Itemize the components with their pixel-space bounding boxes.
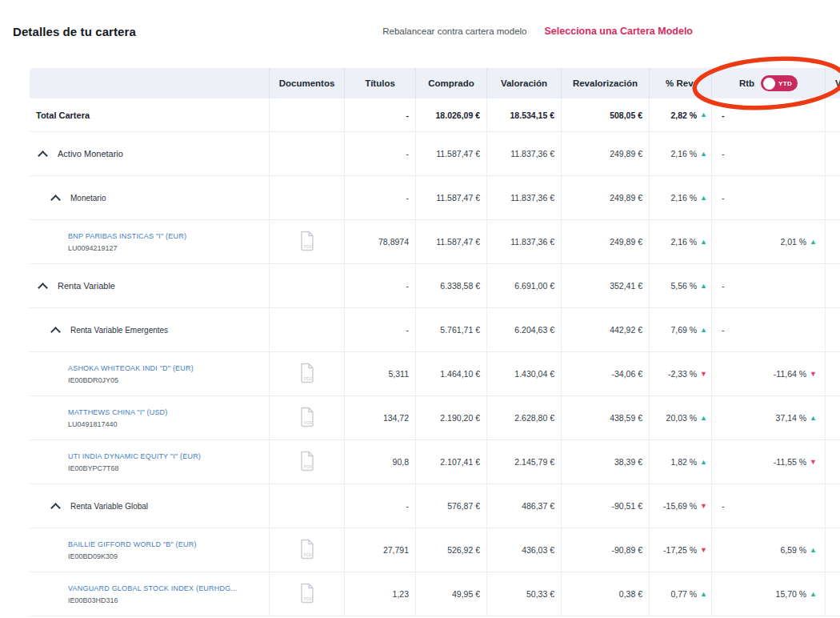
up-triangle-icon: ▲	[700, 239, 707, 246]
valoracion-cell: 11.837,36 €	[486, 220, 561, 263]
rtb-cell: 37,14 %▲	[711, 396, 825, 439]
partial-cell	[825, 572, 840, 616]
rev-pct-cell: 5,56 %▲	[649, 264, 711, 307]
comprado-cell: 11.587,47 €	[415, 176, 486, 219]
rev-pct-value: 0,77 %	[670, 589, 697, 599]
titulos-cell: -	[344, 484, 415, 528]
rtb-value: 15,70 %	[776, 589, 807, 599]
comprado-cell: 6.338,58 €	[415, 264, 486, 307]
table-row: Renta Variable Emergentes-5.761,71 €6.20…	[30, 308, 840, 352]
svg-text:PDF: PDF	[304, 464, 314, 469]
fund-name-link[interactable]: BAILLIE GIFFORD WORLD "B" (EUR)	[68, 540, 197, 548]
documentos-cell: PDF	[269, 440, 344, 484]
up-triangle-icon: ▲	[700, 591, 707, 598]
partial-cell	[825, 308, 840, 351]
header-revalorizacion: Revalorización	[561, 68, 649, 98]
svg-text:PDF: PDF	[304, 420, 314, 425]
rev-pct-value: 5,56 %	[670, 281, 697, 291]
revalorizacion-cell: 438,59 €	[561, 396, 649, 439]
fund-info: UTI INDIA DYNAMIC EQUITY "I" (EUR)IE00BY…	[68, 452, 201, 472]
titulos-cell: -	[344, 132, 415, 175]
fund-isin: LU0094219127	[68, 244, 186, 252]
rev-pct-cell: 2,16 %▲	[649, 176, 711, 219]
chevron-up-icon[interactable]	[50, 327, 61, 337]
documentos-cell	[269, 308, 344, 351]
header-comprado: Comprado	[415, 68, 486, 98]
partial-cell	[825, 264, 840, 307]
rev-pct-cell: -2,33 %▼	[649, 352, 711, 395]
fund-name-link[interactable]: BNP PARIBAS INSTICAS "I" (EUR)	[68, 232, 186, 240]
rtb-cell: 15,70 %▲	[711, 572, 825, 616]
up-triangle-icon: ▲	[700, 327, 707, 334]
fund-name-link[interactable]: VANGUARD GLOBAL STOCK INDEX (EURHDG...	[68, 584, 237, 592]
rtb-cell: -	[711, 176, 825, 219]
pdf-document-icon[interactable]: PDF	[298, 539, 315, 561]
table-row: MATTHEWS CHINA "I" (USD)LU0491817440PDF1…	[30, 396, 840, 440]
header-rev-pct: % Rev.	[649, 68, 711, 98]
row-name-cell: ASHOKA WHITEOAK INDI "D" (EUR)IE00BDR0JY…	[30, 352, 269, 395]
comprado-cell: 2.190,20 €	[415, 396, 486, 439]
revalorizacion-cell: 442,92 €	[561, 308, 649, 351]
rtb-cell: -	[711, 484, 825, 528]
table-row: Renta Variable Global-576,87 €486,37 €-9…	[30, 484, 840, 528]
group-label: Renta Variable Emergentes	[70, 326, 168, 335]
fund-isin: IE00BDR0JY05	[68, 376, 194, 384]
pdf-document-icon[interactable]: PDF	[298, 583, 315, 605]
rtb-cell: 6,59 %▲	[711, 528, 825, 572]
fund-name-link[interactable]: UTI INDIA DYNAMIC EQUITY "I" (EUR)	[68, 452, 201, 460]
comprado-cell: 5.761,71 €	[415, 308, 486, 351]
titulos-cell: -	[344, 176, 415, 219]
revalorizacion-cell: -90,51 €	[561, 484, 649, 528]
tab-selecciona-cartera-modelo[interactable]: Selecciona una Cartera Modelo	[545, 26, 693, 37]
table-row: Activo Monetario-11.587,47 €11.837,36 €2…	[30, 132, 840, 176]
pdf-document-icon[interactable]: PDF	[298, 407, 315, 429]
pdf-document-icon[interactable]: PDF	[298, 363, 315, 385]
revalorizacion-cell: 249,89 €	[561, 132, 649, 175]
rev-pct-value: -15,69 %	[663, 501, 697, 511]
row-name-cell: MATTHEWS CHINA "I" (USD)LU0491817440	[30, 396, 269, 439]
table-row: UTI INDIA DYNAMIC EQUITY "I" (EUR)IE00BY…	[30, 440, 840, 484]
rev-pct-cell: 1,82 %▲	[649, 440, 711, 484]
rtb-cell: 2,01 %▲	[711, 220, 825, 263]
rev-pct-value: 1,82 %	[670, 457, 697, 467]
page-title: Detalles de tu cartera	[13, 25, 136, 38]
titulos-cell: -	[344, 98, 415, 131]
row-name-cell: Renta Variable Global	[30, 484, 269, 528]
total-label: Total Cartera	[36, 110, 90, 120]
titulos-cell: 1,23	[344, 572, 415, 616]
partial-cell	[825, 396, 840, 439]
rtb-value: -	[722, 281, 725, 291]
rev-pct-value: 2,16 %	[670, 193, 697, 203]
partial-cell	[825, 98, 840, 131]
valoracion-cell: 1.430,04 €	[486, 352, 561, 395]
up-triangle-icon: ▲	[810, 239, 817, 246]
fund-name-link[interactable]: MATTHEWS CHINA "I" (USD)	[68, 408, 168, 416]
ytd-toggle[interactable]: YTD	[761, 75, 798, 91]
down-triangle-icon: ▼	[700, 503, 707, 510]
partial-cell	[825, 440, 840, 484]
up-triangle-icon: ▲	[700, 415, 707, 422]
pdf-document-icon[interactable]: PDF	[298, 231, 315, 253]
row-name-cell: Renta Variable Emergentes	[30, 308, 269, 351]
documentos-cell: PDF	[269, 572, 344, 616]
rev-pct-value: 20,03 %	[666, 413, 698, 423]
rev-pct-cell: -17,25 %▼	[649, 528, 711, 572]
chevron-up-icon[interactable]	[50, 195, 61, 205]
svg-text:PDF: PDF	[304, 244, 314, 249]
partial-cell	[825, 132, 840, 175]
table-row: Total Cartera-18.026,09 €18.534,15 €508,…	[30, 98, 840, 132]
chevron-up-icon[interactable]	[38, 283, 48, 293]
rev-pct-cell: -15,69 %▼	[649, 484, 711, 528]
documentos-cell: PDF	[269, 528, 344, 572]
fund-name-link[interactable]: ASHOKA WHITEOAK INDI "D" (EUR)	[68, 364, 194, 372]
down-triangle-icon: ▼	[700, 371, 707, 378]
page-header: Detalles de tu cartera Rebalancear contr…	[0, 0, 840, 48]
partial-cell	[825, 176, 840, 219]
row-name-cell: Monetario	[30, 176, 269, 219]
tab-rebalancear[interactable]: Rebalancear contra cartera modelo	[382, 26, 526, 36]
pdf-document-icon[interactable]: PDF	[298, 451, 315, 473]
fund-info: ASHOKA WHITEOAK INDI "D" (EUR)IE00BDR0JY…	[68, 364, 194, 384]
chevron-up-icon[interactable]	[50, 503, 61, 513]
fund-info: BAILLIE GIFFORD WORLD "B" (EUR)IE00BD09K…	[68, 540, 197, 560]
chevron-up-icon[interactable]	[38, 150, 48, 161]
